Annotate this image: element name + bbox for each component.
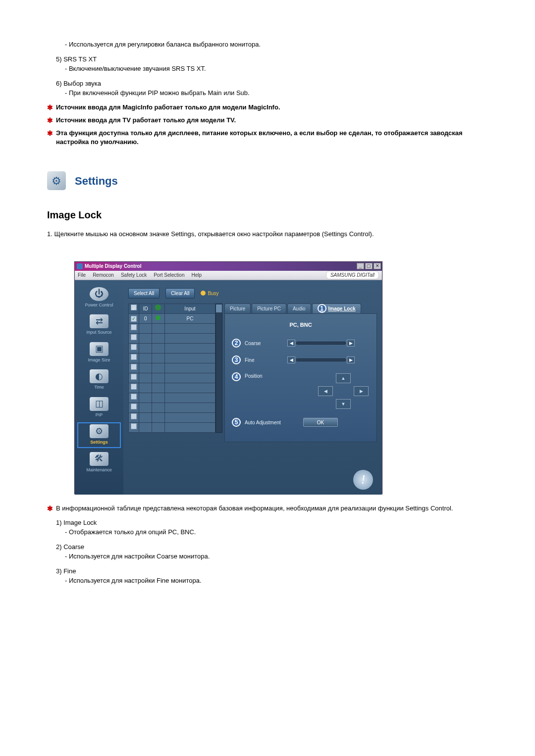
minimize-button[interactable]: _ (357, 263, 364, 269)
settings-icon: ⚙ (90, 424, 108, 438)
time-icon: ◐ (90, 369, 108, 383)
display-list-table: ✓ ID Input 0 PC (128, 303, 215, 433)
post-item1-desc: - Отображается только для опций PC, BNC. (65, 527, 488, 537)
coarse-decrease-button[interactable]: ◀ (287, 340, 295, 347)
item4-desc: - Исспользуется для регулировки баланса … (65, 40, 488, 50)
ok-button[interactable]: OK (303, 418, 338, 427)
status-dot-icon (155, 304, 161, 310)
magicinfo-note: Источник ввода для MagicInfo работает то… (47, 103, 488, 112)
basic-info-note: В информационной таблице представлена не… (47, 504, 488, 513)
image-lock-panel: PC, BNC 2 Coarse ◀ ▶ 3 F (224, 313, 377, 442)
fine-label: Fine (245, 356, 283, 364)
sidebar-item-pip[interactable]: ◫PIP (79, 397, 119, 419)
window-title: Multiple Display Control (85, 262, 357, 270)
info-icon[interactable]: ! (353, 470, 373, 490)
coarse-row: 2 Coarse ◀ ▶ (232, 339, 370, 348)
sidebar-item-input-source[interactable]: ⇄Input Source (79, 314, 119, 336)
clear-all-button[interactable]: Clear All (165, 288, 195, 299)
callout-3-badge: 3 (232, 355, 241, 364)
image-size-icon: ▣ (90, 342, 108, 356)
sidebar-item-image-size[interactable]: ▣Image Size (79, 342, 119, 364)
table-row[interactable] (129, 333, 215, 343)
row-checkbox[interactable] (131, 394, 137, 400)
maintenance-icon: 🛠 (90, 452, 108, 466)
table-row[interactable] (129, 422, 215, 432)
table-row[interactable] (129, 403, 215, 412)
row-checkbox[interactable] (131, 384, 137, 390)
sidebar-item-power-control[interactable]: ⏻Power Control (79, 287, 119, 309)
fine-track[interactable] (296, 358, 346, 361)
table-row[interactable] (129, 323, 215, 333)
row-checkbox[interactable] (131, 354, 137, 360)
row-checkbox[interactable] (131, 334, 137, 340)
menu-remocon[interactable]: Remocon (93, 271, 114, 279)
table-row[interactable] (129, 353, 215, 363)
item5-num: 5) SRS TS XT (56, 54, 488, 64)
menu-port-selection[interactable]: Port Selection (154, 271, 184, 279)
list-scrollbar[interactable] (215, 303, 222, 433)
post-item2-desc: - Используется для настройки Coarse мони… (65, 552, 488, 561)
sidebar-item-time[interactable]: ◐Time (79, 369, 119, 391)
app-icon (77, 263, 83, 269)
row-checkbox[interactable] (131, 423, 137, 429)
fine-increase-button[interactable]: ▶ (347, 356, 355, 363)
close-button[interactable]: ✕ (374, 263, 381, 269)
pip-icon: ◫ (90, 397, 108, 411)
select-all-button[interactable]: Select All (128, 288, 160, 299)
app-window: Multiple Display Control _ ▢ ✕ File Remo… (74, 261, 382, 494)
window-buttons: _ ▢ ✕ (357, 263, 381, 269)
position-right-button[interactable]: ▶ (354, 386, 369, 396)
sidebar-item-settings[interactable]: ⚙Settings (79, 424, 119, 446)
menu-file[interactable]: File (78, 271, 86, 279)
row-checkbox[interactable] (131, 316, 137, 322)
position-down-button[interactable]: ▼ (336, 399, 351, 409)
col-status (152, 303, 164, 313)
post-list: 1) Image Lock - Отображается только для … (56, 518, 488, 586)
row-checkbox[interactable] (131, 403, 137, 409)
sidebar-item-maintenance[interactable]: 🛠Maintenance (79, 452, 119, 474)
position-up-button[interactable]: ▲ (336, 373, 351, 383)
fine-decrease-button[interactable]: ◀ (287, 356, 295, 363)
default-note: Эта функция доступна только для дисплеев… (47, 129, 488, 147)
row-checkbox[interactable] (131, 344, 137, 350)
brand-chip: SAMSUNG DIGITall (326, 271, 379, 279)
post-item2-num: 2) Coarse (56, 542, 488, 552)
settings-section-header: ⚙ Settings (47, 171, 488, 190)
col-input: Input (164, 303, 215, 313)
tab-image-lock[interactable]: 1 Image Lock (312, 303, 361, 313)
table-row[interactable] (129, 383, 215, 393)
menu-safety-lock[interactable]: Safety Lock (121, 271, 147, 279)
coarse-track[interactable] (296, 342, 346, 345)
row-status (152, 313, 164, 323)
post-item3-num: 3) Fine (56, 566, 488, 576)
step-1: 1. Щелкните мышью на основном значке Set… (47, 229, 488, 239)
coarse-increase-button[interactable]: ▶ (347, 340, 355, 347)
tab-picture[interactable]: Picture (224, 303, 251, 313)
maximize-button[interactable]: ▢ (365, 263, 373, 269)
busy-indicator: Busy (201, 290, 218, 297)
row-checkbox[interactable] (131, 413, 137, 419)
col-check[interactable]: ✓ (129, 303, 139, 313)
table-row[interactable] (129, 363, 215, 373)
table-row[interactable] (129, 393, 215, 403)
menu-help[interactable]: Help (191, 271, 202, 279)
position-left-button[interactable]: ◀ (318, 386, 333, 396)
table-row[interactable]: 0 PC (129, 313, 215, 323)
app-body: ⏻Power Control ⇄Input Source ▣Image Size… (75, 280, 382, 495)
post-item1-num: 1) Image Lock (56, 518, 488, 528)
table-row[interactable] (129, 373, 215, 383)
scrollbar-thumb[interactable] (216, 304, 222, 312)
input-source-icon: ⇄ (90, 314, 108, 328)
fine-slider: ◀ ▶ (287, 356, 355, 363)
table-row[interactable] (129, 412, 215, 422)
tab-audio[interactable]: Audio (287, 303, 311, 313)
subheading-image-lock: Image Lock (47, 207, 488, 222)
tab-picture-pc[interactable]: Picture PC (252, 303, 286, 313)
panel-mode-label: PC, BNC (232, 321, 370, 329)
table-row[interactable] (129, 343, 215, 353)
item6-desc: - При включенной функции PIP можно выбра… (65, 88, 488, 98)
row-checkbox[interactable] (131, 324, 137, 330)
row-checkbox[interactable] (131, 374, 137, 380)
row-checkbox[interactable] (131, 364, 137, 370)
callout-1-badge: 1 (318, 304, 326, 313)
